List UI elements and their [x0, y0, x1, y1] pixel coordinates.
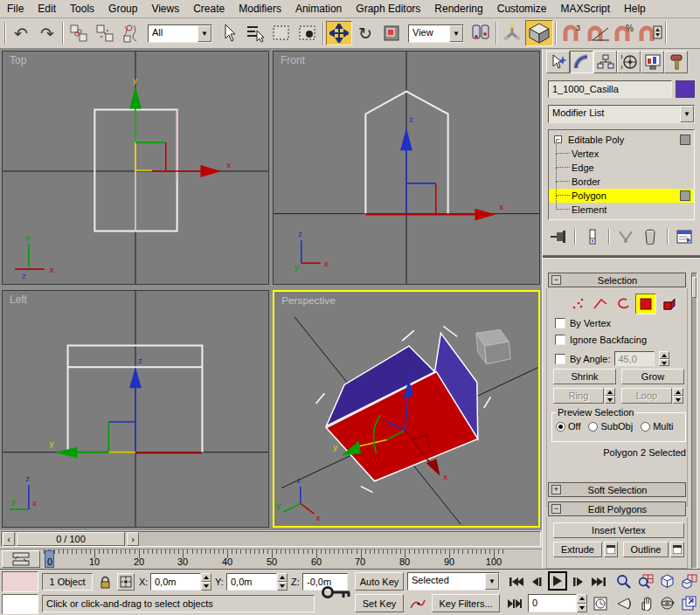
insert-vertex-button[interactable]: Insert Vertex [553, 522, 684, 538]
grow-button[interactable]: Grow [621, 369, 684, 384]
go-to-end-button[interactable] [589, 572, 608, 591]
rectangular-selection-region-button[interactable] [268, 21, 295, 45]
current-frame-field[interactable]: 0 [528, 594, 577, 612]
polygon-subobject-button[interactable] [635, 294, 656, 314]
pan-button[interactable] [635, 593, 655, 613]
menu-views[interactable]: Views [144, 3, 186, 15]
field-of-view-button[interactable] [613, 593, 634, 613]
play-button[interactable] [548, 571, 567, 591]
selection-filter-dropdown[interactable]: All ▼ [148, 24, 212, 43]
go-to-start-button[interactable] [507, 572, 526, 591]
loop-button[interactable]: Loop [621, 388, 672, 404]
menu-tools[interactable]: Tools [63, 3, 101, 15]
ring-button[interactable]: Ring [553, 388, 604, 404]
window-crossing-button[interactable] [295, 21, 321, 45]
snap-3d-button[interactable]: 3 [558, 21, 585, 45]
tab-display[interactable] [641, 51, 664, 73]
menu-edit[interactable]: Edit [31, 3, 63, 15]
zoom-extents-button[interactable] [657, 571, 677, 591]
select-and-manipulate-button[interactable] [499, 21, 525, 45]
angle-snap-button[interactable] [585, 21, 611, 45]
use-pivot-point-center-button[interactable] [468, 21, 494, 45]
menu-rendering[interactable]: Rendering [427, 3, 489, 15]
edge-subobject-button[interactable] [590, 294, 610, 314]
next-frame-button[interactable] [570, 572, 587, 591]
default-tangent-button[interactable] [407, 594, 428, 612]
vertex-subobject-button[interactable] [567, 294, 587, 314]
maxscript-listener-white[interactable] [2, 594, 38, 614]
extrude-button[interactable]: Extrude [553, 542, 602, 557]
configure-modifier-sets-button[interactable] [674, 227, 695, 246]
select-by-name-button[interactable] [242, 21, 268, 45]
stack-item-element[interactable]: Element [549, 203, 694, 217]
scrollbar-thumb[interactable] [692, 277, 697, 298]
extrude-settings-button[interactable] [604, 542, 618, 557]
move-gizmo[interactable] [129, 86, 221, 177]
stack-item-border[interactable]: Border [549, 175, 694, 189]
modifier-list-dropdown[interactable]: Modifier List ▼ [548, 105, 695, 123]
viewport-label-top[interactable]: Top [10, 54, 27, 66]
element-subobject-button[interactable] [659, 294, 679, 314]
maxscript-listener-pink[interactable] [2, 571, 38, 592]
tab-hierarchy[interactable] [593, 51, 617, 73]
preview-off-radio[interactable] [556, 422, 565, 432]
key-mode-toggle-button[interactable] [505, 594, 524, 612]
zoom-all-button[interactable] [635, 571, 655, 591]
shrink-button[interactable]: Shrink [553, 369, 616, 384]
selected-filter-dropdown[interactable]: Selected ▼ [407, 572, 500, 591]
select-and-scale-button[interactable] [378, 21, 405, 45]
menu-maxscript[interactable]: MAXScript [553, 3, 617, 15]
y-coordinate-spinner[interactable] [277, 573, 288, 591]
stack-item-edge[interactable]: Edge [549, 161, 694, 175]
by-vertex-checkbox[interactable] [555, 318, 565, 328]
current-frame-spinner[interactable] [577, 594, 587, 612]
menu-customize[interactable]: Customize [490, 3, 554, 15]
command-panel-scrollbar[interactable] [691, 273, 697, 569]
time-configuration-button[interactable] [591, 594, 610, 612]
menu-group[interactable]: Group [101, 3, 144, 15]
by-angle-field[interactable]: 45,0 [614, 351, 655, 366]
menu-animation[interactable]: Animation [288, 3, 349, 15]
selection-lock-button[interactable] [96, 573, 114, 591]
key-filters-button[interactable]: Key Filters... [432, 594, 500, 612]
x-coordinate-field[interactable]: 0,0m [150, 573, 201, 591]
by-angle-checkbox[interactable] [555, 354, 565, 364]
stack-item-editable-poly[interactable]: − Editable Poly [549, 133, 694, 147]
y-coordinate-field[interactable]: 0,0m [226, 573, 277, 591]
selection-rollout-header[interactable]: − Selection [548, 273, 686, 287]
move-gizmo[interactable] [55, 367, 203, 458]
pin-stack-button[interactable] [548, 227, 569, 246]
menu-graph-editors[interactable]: Graph Editors [349, 3, 427, 15]
make-unique-button[interactable] [615, 227, 636, 246]
remove-modifier-button[interactable] [640, 227, 661, 246]
preview-multi-radio[interactable] [641, 422, 650, 432]
dropdown-arrow-icon[interactable]: ▼ [485, 573, 499, 590]
stack-onoff-swatch[interactable] [680, 190, 690, 201]
ignore-backfacing-checkbox[interactable] [555, 335, 565, 345]
border-subobject-button[interactable] [613, 294, 633, 314]
edit-polygons-rollout-header[interactable]: − Edit Polygons [548, 501, 686, 516]
outline-button[interactable]: Outline [623, 542, 669, 557]
show-end-result-button[interactable] [581, 227, 602, 246]
redo-button[interactable]: ↷ [34, 21, 60, 45]
dropdown-arrow-icon[interactable]: ▼ [449, 25, 463, 42]
select-and-rotate-button[interactable]: ↻ [352, 21, 378, 45]
bind-to-space-warp-button[interactable] [118, 21, 144, 45]
menu-file[interactable]: File [0, 3, 31, 15]
mini-curve-editor-button[interactable] [2, 550, 40, 568]
stack-item-polygon-selected[interactable]: Polygon [549, 189, 694, 203]
snaps-toggle-button[interactable] [525, 20, 553, 46]
outline-settings-button[interactable] [670, 542, 684, 557]
soft-selection-rollout-header[interactable]: + Soft Selection [548, 482, 686, 497]
unlink-selection-button[interactable] [92, 21, 118, 45]
tab-create[interactable] [546, 51, 570, 73]
front-viewport[interactable]: z x z x y Front [273, 51, 540, 285]
preview-subobj-radio[interactable] [588, 422, 598, 432]
top-viewport[interactable]: y x y x z Top [2, 51, 269, 285]
stack-item-vertex[interactable]: Vertex [549, 147, 694, 161]
reference-coordinate-system-dropdown[interactable]: View ▼ [408, 24, 464, 43]
menu-create[interactable]: Create [186, 3, 232, 15]
object-color-swatch[interactable] [676, 80, 695, 98]
left-viewport[interactable]: z y z y x Left [2, 290, 269, 528]
tab-utilities[interactable] [664, 51, 688, 73]
